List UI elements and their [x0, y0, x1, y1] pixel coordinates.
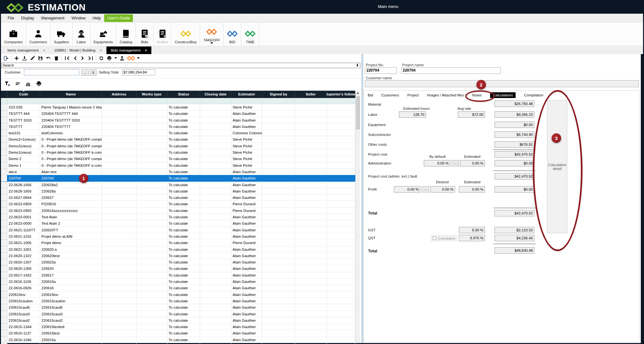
- table-row[interactable]: 22-0620-1322220620testTo calculateAlain …: [1, 253, 355, 259]
- table-cell[interactable]: [327, 117, 355, 123]
- table-cell[interactable]: [327, 330, 355, 336]
- table-cell[interactable]: [295, 330, 327, 336]
- table-row[interactable]: 22-0628-1655220628aTo calculateAlain Gau…: [1, 188, 355, 194]
- table-cell[interactable]: [200, 214, 231, 220]
- table-cell[interactable]: [262, 298, 295, 304]
- column-header-selector[interactable]: [1, 91, 7, 98]
- table-cell[interactable]: [200, 117, 231, 123]
- table-cell[interactable]: [102, 246, 136, 253]
- table-cell[interactable]: [200, 188, 231, 194]
- table-cell[interactable]: To calculate: [167, 117, 200, 123]
- table-row[interactable]: Demo 20 - Projet démo (de TAKEOFF complé…: [1, 156, 355, 162]
- table-cell[interactable]: 220615caut3: [7, 311, 40, 317]
- table-cell[interactable]: [295, 214, 327, 220]
- table-row[interactable]: 220615caut6220615caut6To calculateAlain …: [1, 304, 355, 311]
- table-cell[interactable]: Alain Gauthier: [231, 220, 262, 227]
- table-cell[interactable]: [262, 253, 295, 259]
- row-selector-cell[interactable]: [1, 324, 7, 330]
- table-cell[interactable]: To calculate: [167, 169, 200, 175]
- row-selector-cell[interactable]: [1, 298, 7, 304]
- table-cell[interactable]: [327, 285, 355, 291]
- table-cell[interactable]: 220404 TESTTTT 444: [40, 110, 102, 117]
- table-cell[interactable]: [262, 317, 295, 324]
- search-input[interactable]: Search: [2, 63, 360, 68]
- table-cell[interactable]: Demo1(vieux): [7, 149, 40, 156]
- table-cell[interactable]: [102, 207, 136, 214]
- table-cell[interactable]: test101: [7, 130, 40, 136]
- table-cell[interactable]: To calculate: [167, 337, 200, 343]
- row-selector-cell[interactable]: [1, 304, 7, 311]
- row-selector-cell[interactable]: [1, 214, 7, 220]
- table-cell[interactable]: Steve Piché: [231, 156, 262, 162]
- table-cell[interactable]: [295, 227, 327, 233]
- table-cell[interactable]: [327, 298, 355, 304]
- table-cell[interactable]: [262, 304, 295, 311]
- table-cell[interactable]: [295, 246, 327, 253]
- table-cell[interactable]: 22-0620-1307: [7, 259, 40, 265]
- table-cell[interactable]: [102, 162, 136, 169]
- detail-tab-bid[interactable]: Bid: [368, 93, 373, 97]
- table-cell[interactable]: [136, 298, 167, 304]
- table-cell[interactable]: Alain Gauthier: [231, 259, 262, 265]
- table-row[interactable]: 22-0615-1137220615testTo calculateAlain …: [1, 330, 355, 336]
- table-cell[interactable]: [262, 233, 295, 240]
- table-cell[interactable]: 22-0620-1322: [7, 253, 40, 259]
- table-cell[interactable]: [262, 117, 295, 123]
- row-selector-cell[interactable]: [1, 246, 7, 253]
- table-cell[interactable]: [295, 117, 327, 123]
- edit-pencil-icon[interactable]: [30, 55, 35, 61]
- filter-cell[interactable]: [200, 98, 231, 104]
- table-cell[interactable]: [102, 304, 136, 311]
- detail-tab-images-attached-files[interactable]: Images / Attached files: [427, 93, 464, 97]
- toolbar-item-labor[interactable]: Labor: [73, 23, 90, 46]
- table-cell[interactable]: 220628a2: [40, 182, 102, 188]
- table-cell[interactable]: 22-0616-0926: [7, 285, 40, 291]
- subcontractor-value[interactable]: $5,743.90: [495, 131, 534, 138]
- row-selector-cell[interactable]: [1, 240, 7, 246]
- menu-item-management[interactable]: Management: [38, 14, 68, 22]
- column-header-signed-by[interactable]: Signed by: [262, 91, 295, 98]
- table-cell[interactable]: [102, 130, 136, 136]
- table-cell[interactable]: [262, 311, 295, 317]
- table-cell[interactable]: [136, 143, 167, 149]
- table-cell[interactable]: 22-0621-1103: [7, 233, 40, 240]
- refresh-icon[interactable]: [98, 55, 104, 61]
- table-cell[interactable]: [327, 324, 355, 330]
- table-row[interactable]: TESTTT 444220404 TESTTTT 444To calculate…: [1, 110, 355, 117]
- table-cell[interactable]: TESTTT 3333: [7, 117, 40, 123]
- table-cell[interactable]: [327, 240, 355, 246]
- table-cell[interactable]: [136, 259, 167, 265]
- table-cell[interactable]: [200, 311, 231, 317]
- table-cell[interactable]: [295, 259, 327, 265]
- row-selector-cell[interactable]: [1, 110, 7, 117]
- next-record-icon[interactable]: [80, 55, 86, 61]
- calculation-detail-button[interactable]: Calculation detail: [547, 100, 567, 233]
- table-cell[interactable]: 22-0621-1116TT: [7, 227, 40, 233]
- table-cell[interactable]: [136, 188, 167, 194]
- table-cell[interactable]: [200, 304, 231, 311]
- table-cell[interactable]: [102, 110, 136, 117]
- table-cell[interactable]: [200, 298, 231, 304]
- equipment-value[interactable]: $0.00: [495, 122, 534, 128]
- row-selector-cell[interactable]: [1, 227, 7, 233]
- table-cell[interactable]: [327, 311, 355, 317]
- table-cell[interactable]: 22-0628-1656: [7, 182, 40, 188]
- table-cell[interactable]: [102, 104, 136, 110]
- total-value[interactable]: $42,470.52: [495, 210, 534, 216]
- admin-estimated-pct-input[interactable]: 0.00 %: [460, 160, 485, 166]
- table-row[interactable]: Demo1(vieux)0 - Projet démo (de TAKEOFF …: [1, 149, 355, 156]
- row-selector-cell[interactable]: [1, 156, 7, 162]
- table-cell[interactable]: Colonnes Colonnes: [231, 130, 262, 136]
- table-cell[interactable]: Alain Gauthier: [231, 298, 262, 304]
- filter-cell[interactable]: [262, 98, 295, 104]
- filter-cell[interactable]: [136, 98, 167, 104]
- table-cell[interactable]: [136, 220, 167, 227]
- table-cell[interactable]: [295, 304, 327, 311]
- table-cell[interactable]: To calculate: [167, 240, 200, 246]
- table-cell[interactable]: 220620: [40, 265, 102, 272]
- table-cell[interactable]: [102, 311, 136, 317]
- table-cell[interactable]: Alain Gauthier: [231, 227, 262, 233]
- table-cell[interactable]: [102, 253, 136, 259]
- table-cell[interactable]: [200, 227, 231, 233]
- first-record-icon[interactable]: [64, 55, 70, 61]
